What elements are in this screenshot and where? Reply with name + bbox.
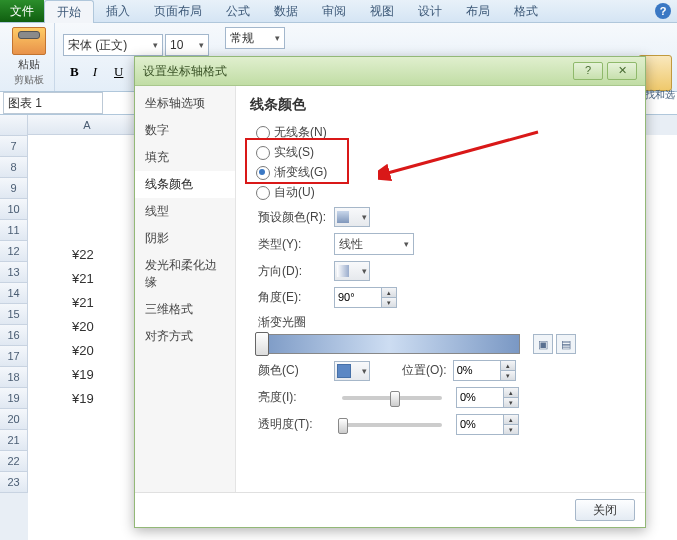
spin-down-icon[interactable]: ▾ [503,398,518,407]
remove-stop-icon[interactable]: ▤ [556,334,576,354]
dialog-titlebar[interactable]: 设置坐标轴格式 ? ✕ [135,57,645,86]
angle-spinner[interactable]: ▴▾ [334,287,397,308]
spin-up-icon[interactable]: ▴ [503,415,518,425]
row-header[interactable]: 9 [0,178,28,199]
type-combo[interactable]: 线性▾ [334,233,414,255]
row-header[interactable]: 10 [0,199,28,220]
row-header[interactable]: 20 [0,409,28,430]
row-header[interactable]: 7 [0,136,28,157]
transparency-label: 透明度(T): [258,416,328,433]
add-stop-icon[interactable]: ▣ [533,334,553,354]
direction-row: 方向(D): ▾ [258,261,631,281]
tab-formulas[interactable]: 公式 [214,0,262,22]
nav-number[interactable]: 数字 [135,117,235,144]
angle-input[interactable] [335,288,381,306]
row-header[interactable]: 11 [0,220,28,241]
row-header[interactable]: 19 [0,388,28,409]
find-select-label: 找和选 [645,88,675,102]
row-header[interactable]: 8 [0,157,28,178]
tab-design[interactable]: 设计 [406,0,454,22]
transparency-row: 透明度(T): ▴▾ [258,414,631,435]
spin-up-icon[interactable]: ▴ [500,361,515,371]
file-tab[interactable]: 文件 [0,0,44,22]
row-header[interactable]: 15 [0,304,28,325]
dialog-content: 线条颜色 无线条(N) 实线(S) 渐变线(G) 自动(U) 预设颜色(R): … [236,86,645,492]
radio-auto-line[interactable]: 自动(U) [250,184,631,201]
radio-icon [256,166,270,180]
brightness-label: 亮度(I): [258,389,328,406]
spin-up-icon[interactable]: ▴ [381,288,396,298]
font-style-combo[interactable]: 常规▾ [225,27,285,49]
preset-color-picker[interactable]: ▾ [334,207,370,227]
column-header[interactable]: A [28,115,147,135]
close-button[interactable]: 关闭 [575,499,635,521]
transparency-slider[interactable] [342,423,442,427]
stop-color-picker[interactable]: ▾ [334,361,370,381]
row-header[interactable]: 22 [0,451,28,472]
font-size-combo[interactable]: 10▾ [165,34,209,56]
type-label: 类型(Y): [258,236,328,253]
tab-data[interactable]: 数据 [262,0,310,22]
nav-line-style[interactable]: 线型 [135,198,235,225]
gradient-bar[interactable] [258,334,520,354]
row-header[interactable]: 21 [0,430,28,451]
nav-axis-options[interactable]: 坐标轴选项 [135,90,235,117]
radio-icon [256,186,270,200]
underline-button[interactable]: U [107,60,127,80]
brightness-slider[interactable] [342,396,442,400]
slider-thumb[interactable] [338,418,348,434]
nav-3d[interactable]: 三维格式 [135,296,235,323]
gradient-stop-thumb[interactable] [255,332,269,356]
radio-gradient-line[interactable]: 渐变线(G) [250,164,631,181]
position-label: 位置(O): [402,362,447,379]
paste-icon[interactable] [12,27,46,55]
content-title: 线条颜色 [250,96,631,114]
tab-page-layout[interactable]: 页面布局 [142,0,214,22]
spin-down-icon[interactable]: ▾ [381,298,396,307]
tab-layout[interactable]: 布局 [454,0,502,22]
font-name-combo[interactable]: 宋体 (正文)▾ [63,34,163,56]
row-header[interactable]: 14 [0,283,28,304]
spin-down-icon[interactable]: ▾ [500,371,515,380]
nav-alignment[interactable]: 对齐方式 [135,323,235,350]
slider-thumb[interactable] [390,391,400,407]
italic-button[interactable]: I [85,60,105,80]
help-icon[interactable]: ? [655,3,671,19]
position-input[interactable] [454,361,500,379]
row-header[interactable]: 16 [0,325,28,346]
brightness-spinner[interactable]: ▴▾ [456,387,519,408]
radio-no-line[interactable]: 无线条(N) [250,124,631,141]
corner-cell[interactable] [0,115,28,136]
nav-line-color[interactable]: 线条颜色 [135,171,235,198]
spin-down-icon[interactable]: ▾ [503,425,518,434]
clipboard-group: 粘贴 剪贴板 [4,23,55,91]
bold-button[interactable]: B [63,60,83,80]
dialog-help-button[interactable]: ? [573,62,603,80]
brightness-input[interactable] [457,388,503,406]
transparency-spinner[interactable]: ▴▾ [456,414,519,435]
row-header[interactable]: 17 [0,346,28,367]
position-spinner[interactable]: ▴▾ [453,360,516,381]
direction-picker[interactable]: ▾ [334,261,370,281]
tab-review[interactable]: 审阅 [310,0,358,22]
tab-format[interactable]: 格式 [502,0,550,22]
paste-label[interactable]: 粘贴 [18,57,40,72]
spin-up-icon[interactable]: ▴ [503,388,518,398]
transparency-input[interactable] [457,415,503,433]
nav-glow[interactable]: 发光和柔化边缘 [135,252,235,296]
dialog-close-button[interactable]: ✕ [607,62,637,80]
type-row: 类型(Y): 线性▾ [258,233,631,255]
row-header[interactable]: 12 [0,241,28,262]
radio-icon [256,126,270,140]
nav-shadow[interactable]: 阴影 [135,225,235,252]
tab-view[interactable]: 视图 [358,0,406,22]
tab-insert[interactable]: 插入 [94,0,142,22]
radio-solid-line[interactable]: 实线(S) [250,144,631,161]
row-header[interactable]: 18 [0,367,28,388]
name-box[interactable]: 图表 1 [3,92,103,114]
direction-label: 方向(D): [258,263,328,280]
row-header[interactable]: 23 [0,472,28,493]
tab-home[interactable]: 开始 [44,0,94,24]
nav-fill[interactable]: 填充 [135,144,235,171]
row-header[interactable]: 13 [0,262,28,283]
